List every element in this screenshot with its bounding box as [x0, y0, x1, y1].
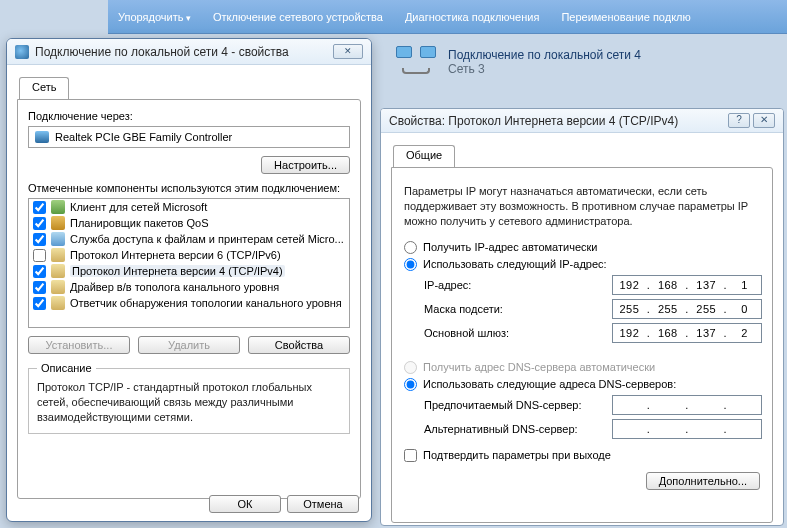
component-icon [51, 296, 65, 310]
dialog-title: Свойства: Протокол Интернета версии 4 (T… [389, 114, 728, 128]
close-button[interactable]: ✕ [333, 44, 363, 59]
adapter-box: Realtek PCIe GBE Family Controller [28, 126, 350, 148]
tab-general[interactable]: Общие [393, 145, 455, 167]
ok-button[interactable]: ОК [209, 495, 281, 513]
dialog-title: Подключение по локальной сети 4 - свойст… [35, 45, 333, 59]
component-label: Планировщик пакетов QoS [70, 217, 209, 229]
explorer-toolbar: Упорядочить Отключение сетевого устройст… [108, 0, 787, 34]
gateway-label: Основной шлюз: [424, 327, 612, 339]
install-button[interactable]: Установить... [28, 336, 130, 354]
ip-label: IP-адрес: [424, 279, 612, 291]
description-legend: Описание [37, 362, 96, 374]
component-checkbox[interactable] [33, 281, 46, 294]
component-checkbox[interactable] [33, 265, 46, 278]
connection-network: Сеть 3 [448, 62, 641, 76]
component-label: Ответчик обнаружения топологии канальног… [70, 297, 342, 309]
component-row[interactable]: Протокол Интернета версии 6 (TCP/IPv6) [29, 247, 349, 263]
properties-button[interactable]: Свойства [248, 336, 350, 354]
component-row[interactable]: Ответчик обнаружения топологии канальног… [29, 295, 349, 311]
toolbar-disable-device[interactable]: Отключение сетевого устройства [213, 11, 383, 23]
components-list[interactable]: Клиент для сетей MicrosoftПланировщик па… [28, 198, 350, 328]
component-checkbox[interactable] [33, 233, 46, 246]
radio-ip-manual[interactable]: Использовать следующий IP-адрес: [404, 258, 762, 271]
configure-button[interactable]: Настроить... [261, 156, 350, 174]
cancel-button[interactable]: Отмена [287, 495, 359, 513]
component-label: Служба доступа к файлам и принтерам сете… [70, 233, 344, 245]
adapter-name: Realtek PCIe GBE Family Controller [55, 131, 232, 143]
uninstall-button[interactable]: Удалить [138, 336, 240, 354]
component-icon [51, 264, 65, 278]
component-label: Протокол Интернета версии 4 (TCP/IPv4) [70, 265, 285, 277]
advanced-button[interactable]: Дополнительно... [646, 472, 760, 490]
info-text: Параметры IP могут назначаться автоматич… [404, 184, 760, 229]
adapter-icon [35, 131, 49, 143]
connection-item[interactable]: Подключение по локальной сети 4 Сеть 3 [394, 44, 641, 80]
component-label: Клиент для сетей Microsoft [70, 201, 207, 213]
close-button[interactable]: ✕ [753, 113, 775, 128]
titlebar[interactable]: Подключение по локальной сети 4 - свойст… [7, 39, 371, 65]
radio-dns-auto: Получить адрес DNS-сервера автоматически [404, 361, 762, 374]
component-row[interactable]: Служба доступа к файлам и принтерам сете… [29, 231, 349, 247]
component-checkbox[interactable] [33, 201, 46, 214]
preferred-dns-input[interactable]: ... [612, 395, 762, 415]
validate-checkbox[interactable] [404, 449, 417, 462]
toolbar-diagnose[interactable]: Диагностика подключения [405, 11, 539, 23]
component-row[interactable]: Клиент для сетей Microsoft [29, 199, 349, 215]
component-label: Протокол Интернета версии 6 (TCP/IPv6) [70, 249, 281, 261]
description-text: Протокол TCP/IP - стандартный протокол г… [37, 380, 341, 425]
titlebar[interactable]: Свойства: Протокол Интернета версии 4 (T… [381, 109, 783, 133]
tab-network[interactable]: Сеть [19, 77, 69, 99]
ipv4-properties-dialog: Свойства: Протокол Интернета версии 4 (T… [380, 108, 784, 526]
ip-address-input[interactable]: 192.168.137.1 [612, 275, 762, 295]
help-button[interactable]: ? [728, 113, 750, 128]
components-label: Отмеченные компоненты используются этим … [28, 182, 350, 194]
network-icon [394, 44, 438, 80]
gateway-input[interactable]: 192.168.137.2 [612, 323, 762, 343]
component-icon [51, 248, 65, 262]
component-icon [51, 216, 65, 230]
mask-label: Маска подсети: [424, 303, 612, 315]
app-icon [15, 45, 29, 59]
toolbar-organize[interactable]: Упорядочить [118, 11, 191, 23]
radio-dns-manual[interactable]: Использовать следующие адреса DNS-сервер… [404, 378, 762, 391]
component-row[interactable]: Драйвер в/в тополога канального уровня [29, 279, 349, 295]
component-row[interactable]: Планировщик пакетов QoS [29, 215, 349, 231]
subnet-mask-input[interactable]: 255.255.255.0 [612, 299, 762, 319]
component-icon [51, 280, 65, 294]
connection-name: Подключение по локальной сети 4 [448, 48, 641, 62]
connect-via-label: Подключение через: [28, 110, 350, 122]
component-row[interactable]: Протокол Интернета версии 4 (TCP/IPv4) [29, 263, 349, 279]
component-icon [51, 200, 65, 214]
component-checkbox[interactable] [33, 297, 46, 310]
dns1-label: Предпочитаемый DNS-сервер: [424, 399, 612, 411]
radio-ip-auto[interactable]: Получить IP-адрес автоматически [404, 241, 762, 254]
component-checkbox[interactable] [33, 217, 46, 230]
component-checkbox[interactable] [33, 249, 46, 262]
validate-label: Подтвердить параметры при выходе [423, 449, 611, 461]
component-icon [51, 232, 65, 246]
description-group: Описание Протокол TCP/IP - стандартный п… [28, 362, 350, 434]
component-label: Драйвер в/в тополога канального уровня [70, 281, 279, 293]
dns2-label: Альтернативный DNS-сервер: [424, 423, 612, 435]
toolbar-rename[interactable]: Переименование подклю [561, 11, 690, 23]
alternate-dns-input[interactable]: ... [612, 419, 762, 439]
connection-properties-dialog: Подключение по локальной сети 4 - свойст… [6, 38, 372, 522]
